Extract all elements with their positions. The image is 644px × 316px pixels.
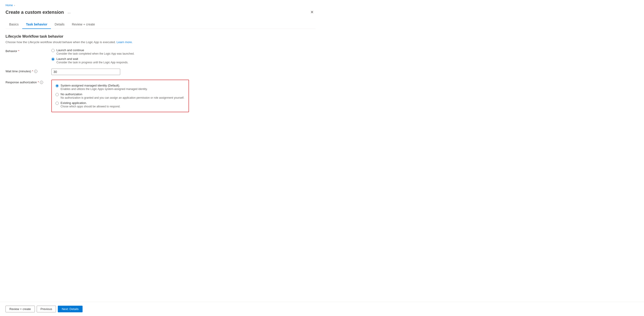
tab-details[interactable]: Details <box>51 20 68 29</box>
close-button[interactable]: ✕ <box>308 9 316 16</box>
wait-time-field-row: Wait time (minutes) * i <box>6 69 316 75</box>
response-auth-label-no-auth: No authorization No authorization is gra… <box>60 93 184 99</box>
response-auth-label: Response authorization * i <box>6 80 51 84</box>
breadcrumb: Home › <box>6 4 316 7</box>
tab-task-behavior[interactable]: Task behavior <box>22 20 51 29</box>
section-description: Choose how the Lifecycle workflow should… <box>6 40 316 44</box>
response-auth-option-system-assigned[interactable]: System-assigned managed identity (Defaul… <box>56 84 185 91</box>
page-title-row: Create a custom extension ... <box>6 10 72 15</box>
tab-review-create[interactable]: Review + create <box>68 20 98 29</box>
section-title: Lifecycle Workflow task behavior <box>6 35 316 39</box>
page-title: Create a custom extension <box>6 10 64 15</box>
response-auth-radio-system-assigned[interactable] <box>56 84 59 87</box>
review-create-button[interactable]: Review + create <box>6 306 35 312</box>
breadcrumb-separator: › <box>14 4 15 7</box>
behavior-radio-launch-continue[interactable] <box>51 49 54 52</box>
behavior-radio-group: Launch and continue Consider the task co… <box>51 49 189 64</box>
response-auth-radio-group: System-assigned managed identity (Defaul… <box>56 84 185 108</box>
tab-basics[interactable]: Basics <box>6 20 22 29</box>
tab-navigation: Basics Task behavior Details Review + cr… <box>6 20 316 29</box>
response-auth-field-row: Response authorization * i System-assign… <box>6 80 316 112</box>
wait-time-input[interactable] <box>51 69 120 75</box>
response-auth-radio-existing-app[interactable] <box>56 102 59 105</box>
wait-time-info-icon[interactable]: i <box>34 70 38 73</box>
wait-time-required-star: * <box>32 70 33 73</box>
response-auth-control: System-assigned managed identity (Defaul… <box>51 80 189 112</box>
response-auth-option-existing-app[interactable]: Existing application. Chose which apps s… <box>56 101 185 108</box>
behavior-control: Launch and continue Consider the task co… <box>51 49 189 64</box>
footer: Review + create Previous Next: Details <box>0 302 644 316</box>
learn-more-link[interactable]: Learn more. <box>116 40 132 44</box>
wait-time-control <box>51 69 189 75</box>
response-auth-required-star: * <box>38 81 39 84</box>
behavior-required-star: * <box>18 49 19 53</box>
response-auth-box: System-assigned managed identity (Defaul… <box>51 80 189 112</box>
more-options-button[interactable]: ... <box>66 10 72 15</box>
response-auth-label-existing-app: Existing application. Chose which apps s… <box>60 101 120 108</box>
behavior-label-launch-wait: Launch and wait Consider the task in pro… <box>56 57 128 64</box>
behavior-option-launch-continue[interactable]: Launch and continue Consider the task co… <box>51 49 189 55</box>
behavior-label: Behavior * <box>6 49 51 53</box>
behavior-option-launch-wait[interactable]: Launch and wait Consider the task in pro… <box>51 57 189 64</box>
next-button[interactable]: Next: Details <box>58 306 82 312</box>
breadcrumb-home-link[interactable]: Home <box>6 4 13 7</box>
wait-time-label: Wait time (minutes) * i <box>6 69 51 73</box>
behavior-field-row: Behavior * Launch and continue Consider … <box>6 49 316 64</box>
response-auth-info-icon[interactable]: i <box>40 81 43 84</box>
response-auth-label-system-assigned: System-assigned managed identity (Defaul… <box>60 84 148 91</box>
previous-button[interactable]: Previous <box>37 306 56 312</box>
response-auth-radio-no-auth[interactable] <box>56 93 59 96</box>
response-auth-option-no-auth[interactable]: No authorization No authorization is gra… <box>56 93 185 99</box>
behavior-label-launch-continue: Launch and continue Consider the task co… <box>56 49 134 55</box>
behavior-radio-launch-wait[interactable] <box>51 58 54 61</box>
page-header: Create a custom extension ... ✕ <box>6 9 316 16</box>
